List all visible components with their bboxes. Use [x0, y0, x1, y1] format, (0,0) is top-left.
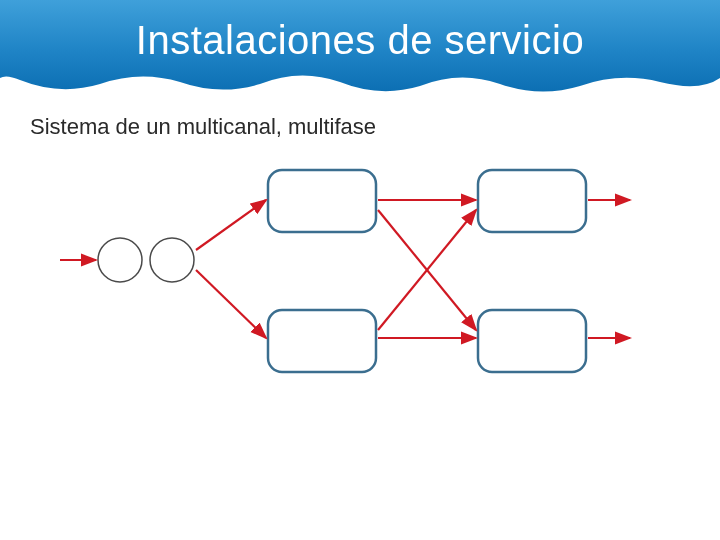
service-box-phase1-top [268, 170, 376, 232]
service-box-phase2-bottom [478, 310, 586, 372]
arrow-queue-to-bottom [196, 270, 266, 338]
flow-arrows [60, 200, 630, 338]
slide: Instalaciones de servicio Sistema de un … [0, 0, 720, 540]
service-box-phase1-bottom [268, 310, 376, 372]
queue-circle [150, 238, 194, 282]
slide-title: Instalaciones de servicio [0, 18, 720, 63]
service-box-phase2-top [478, 170, 586, 232]
slide-subtitle: Sistema de un multicanal, multifase [30, 114, 376, 140]
queueing-diagram [0, 160, 720, 540]
queue-circle [98, 238, 142, 282]
arrow-queue-to-top [196, 200, 266, 250]
queue-circles [98, 238, 194, 282]
